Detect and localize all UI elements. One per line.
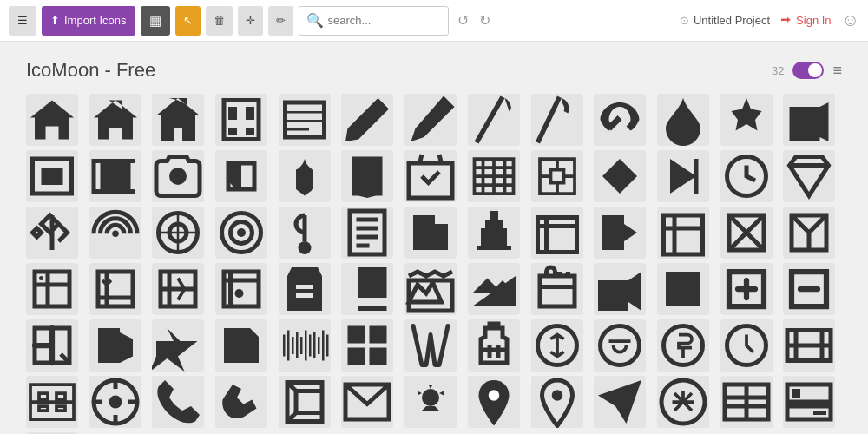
icon-cell[interactable] bbox=[215, 263, 267, 315]
move-button[interactable]: ✛ bbox=[238, 6, 263, 36]
icon-cell[interactable] bbox=[152, 319, 204, 372]
svg-point-18 bbox=[489, 390, 500, 401]
icon-cell[interactable] bbox=[341, 376, 393, 428]
icon-cell[interactable] bbox=[279, 263, 331, 315]
icon-cell[interactable] bbox=[720, 150, 773, 202]
import-icons-button[interactable]: ⬆ Import Icons bbox=[42, 6, 135, 36]
icon-cell[interactable] bbox=[404, 150, 457, 202]
icon-cell[interactable] bbox=[215, 207, 267, 259]
icon-cell[interactable] bbox=[657, 263, 709, 315]
library-icon: ▦ bbox=[149, 13, 161, 29]
undo-redo-group: ↺ ↻ bbox=[454, 9, 494, 32]
icon-cell[interactable] bbox=[468, 150, 520, 202]
edit-button[interactable]: ✏ bbox=[268, 6, 293, 36]
icon-cell[interactable] bbox=[341, 207, 393, 259]
icon-cell[interactable] bbox=[594, 207, 646, 259]
icon-cell[interactable] bbox=[783, 150, 835, 202]
icon-cell[interactable] bbox=[720, 319, 773, 372]
icon-cell[interactable] bbox=[594, 263, 646, 315]
icon-cell[interactable] bbox=[720, 207, 773, 259]
icon-cell[interactable] bbox=[152, 376, 204, 428]
delete-button[interactable]: 🗑 bbox=[206, 6, 233, 36]
icon-cell[interactable] bbox=[152, 94, 204, 146]
icon-cell[interactable] bbox=[89, 150, 141, 202]
icon-cell[interactable] bbox=[89, 207, 141, 259]
icon-cell[interactable] bbox=[279, 150, 331, 202]
sign-in-button[interactable]: ⮕ Sign In bbox=[780, 14, 831, 27]
undo-button[interactable]: ↺ bbox=[454, 9, 472, 32]
icon-cell[interactable] bbox=[720, 376, 773, 428]
icon-cell[interactable] bbox=[594, 376, 646, 428]
icon-cell[interactable] bbox=[279, 376, 331, 428]
menu-button[interactable]: ☰ bbox=[9, 6, 36, 36]
icon-cell[interactable] bbox=[152, 150, 204, 202]
icon-cell[interactable] bbox=[720, 263, 773, 315]
toggle-switch[interactable] bbox=[792, 62, 824, 79]
icon-cell[interactable] bbox=[531, 263, 583, 315]
icon-cell[interactable] bbox=[657, 150, 709, 202]
icon-cell[interactable] bbox=[531, 150, 583, 202]
icon-cell[interactable] bbox=[341, 319, 393, 372]
icon-cell[interactable] bbox=[89, 94, 141, 146]
icon-cell[interactable] bbox=[404, 263, 457, 315]
icon-cell[interactable] bbox=[404, 376, 457, 428]
icon-cell[interactable] bbox=[341, 94, 393, 146]
library-button[interactable]: ▦ bbox=[141, 6, 170, 36]
icon-cell[interactable] bbox=[89, 319, 141, 372]
icon-cell[interactable] bbox=[404, 207, 457, 259]
icon-cell[interactable] bbox=[279, 319, 331, 372]
icon-cell[interactable] bbox=[531, 207, 583, 259]
icon-cell[interactable] bbox=[783, 94, 835, 146]
trash-icon: 🗑 bbox=[214, 14, 225, 27]
icon-cell[interactable] bbox=[468, 319, 520, 372]
face-button[interactable]: ☺ bbox=[842, 10, 859, 30]
icon-cell[interactable] bbox=[26, 263, 78, 315]
icon-cell[interactable] bbox=[341, 150, 393, 202]
icon-cell[interactable] bbox=[531, 376, 583, 428]
icon-cell[interactable] bbox=[215, 94, 267, 146]
icon-cell[interactable] bbox=[468, 376, 520, 428]
icon-cell[interactable] bbox=[594, 150, 646, 202]
main-content: IcoMoon - Free 32 ≡ bbox=[0, 42, 868, 434]
select-button[interactable]: ↖ bbox=[175, 6, 201, 36]
icon-cell[interactable] bbox=[468, 263, 520, 315]
icon-cell[interactable] bbox=[89, 263, 141, 315]
set-menu-button[interactable]: ≡ bbox=[832, 62, 842, 80]
icon-cell[interactable] bbox=[215, 150, 267, 202]
icon-cell[interactable] bbox=[468, 207, 520, 259]
icon-cell[interactable] bbox=[720, 94, 773, 146]
toolbar: ☰ ⬆ Import Icons ▦ ↖ 🗑 ✛ ✏ 🔍 ↺ ↻ ⊙ Untit… bbox=[0, 0, 868, 42]
icon-cell[interactable] bbox=[783, 376, 835, 428]
icon-cell[interactable] bbox=[594, 319, 646, 372]
icon-cell[interactable] bbox=[531, 94, 583, 146]
icon-cell[interactable] bbox=[26, 150, 78, 202]
icon-cell[interactable] bbox=[279, 207, 331, 259]
icon-cell[interactable] bbox=[783, 319, 835, 372]
icon-cell[interactable] bbox=[468, 94, 520, 146]
icon-cell[interactable] bbox=[341, 263, 393, 315]
icon-cell[interactable] bbox=[26, 207, 78, 259]
icon-cell[interactable] bbox=[531, 319, 583, 372]
icon-cell[interactable] bbox=[215, 376, 267, 428]
icon-cell[interactable] bbox=[404, 94, 457, 146]
icon-cell[interactable] bbox=[26, 376, 78, 428]
icon-cell[interactable] bbox=[279, 94, 331, 146]
icon-cell[interactable] bbox=[657, 207, 709, 259]
search-input[interactable] bbox=[328, 14, 441, 27]
icon-cell[interactable] bbox=[657, 376, 709, 428]
icon-grid bbox=[26, 94, 842, 434]
icon-cell[interactable] bbox=[215, 319, 267, 372]
icon-cell[interactable] bbox=[657, 94, 709, 146]
icon-cell[interactable] bbox=[152, 263, 204, 315]
icon-cell[interactable] bbox=[594, 94, 646, 146]
redo-button[interactable]: ↻ bbox=[476, 9, 494, 32]
icon-cell[interactable] bbox=[657, 319, 709, 372]
icon-cell[interactable] bbox=[26, 94, 78, 146]
icon-cell[interactable] bbox=[89, 376, 141, 428]
icon-cell[interactable] bbox=[783, 207, 835, 259]
view-toggle[interactable] bbox=[792, 62, 824, 79]
icon-cell[interactable] bbox=[152, 207, 204, 259]
icon-cell[interactable] bbox=[26, 319, 78, 372]
icon-cell[interactable] bbox=[404, 319, 457, 372]
icon-cell[interactable] bbox=[783, 263, 835, 315]
